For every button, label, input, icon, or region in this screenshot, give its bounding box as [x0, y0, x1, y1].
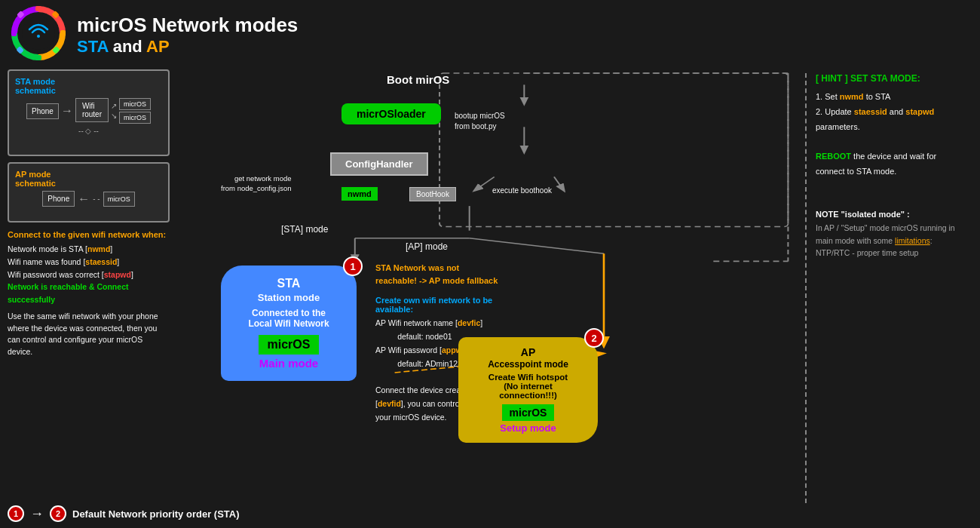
sta-title: STA: [228, 277, 349, 290]
hint-title: [ HINT ] SET STA MODE:: [816, 73, 966, 84]
ap-hotspot: Create Wifi hotspot(No internetconnectio…: [466, 373, 590, 400]
note-limitations: limitations: [895, 236, 930, 245]
ap-schematic-box: AP modeschematic Phone ← - - micrOS: [8, 162, 170, 223]
sta-badge: 1: [343, 256, 363, 276]
ap-micros-box: micrOS: [103, 192, 135, 207]
note-section: NOTE "isolated mode" : In AP / "Setup" m…: [816, 210, 966, 259]
note-title: NOTE "isolated mode" :: [816, 210, 966, 219]
svg-rect-3: [11, 30, 17, 36]
ap-title: AP: [466, 346, 590, 358]
staessid-tag: staessid: [85, 257, 117, 266]
svg-rect-1: [35, 6, 41, 11]
sta-mode-label: [STA] mode: [281, 224, 328, 235]
note-body: In AP / "Setup" mode micrOS running in m…: [816, 222, 966, 259]
ap-phone-box: Phone: [42, 191, 75, 207]
hint-staessid: staessid: [854, 107, 887, 116]
svg-line-18: [470, 238, 604, 253]
and-label: and: [109, 37, 147, 56]
ap-label: AP: [146, 37, 170, 56]
sta-schematic-title: STA modeschematic: [15, 77, 162, 95]
nwmd-tag: nwmd: [87, 244, 110, 253]
success-text: Network is reachable & Connectsuccessful…: [8, 282, 128, 304]
devfic-tag: devfic: [458, 318, 480, 327]
sta-label: STA: [77, 37, 109, 56]
ap-create-label: Create own wifi network to be available:: [375, 296, 519, 314]
sta-schematic-box: STA modeschematic Phone → Wifirouter ↗ ↘…: [8, 69, 170, 156]
sta-connected: Connected to theLocal Wifi Network: [228, 308, 349, 329]
subtitle-text: STA and AP: [77, 37, 298, 57]
header-title: micrOS Network modes STA and AP: [77, 14, 298, 57]
info-extra: Use the same wifi network with your phon…: [8, 311, 170, 358]
ap-arrow: ←: [78, 192, 90, 206]
hint-section: [ HINT ] SET STA MODE: 1. Set nwmd to ST…: [816, 73, 966, 180]
stapwd-tag: stapwd: [104, 270, 131, 279]
ap-schematic-title: AP modeschematic: [15, 170, 162, 188]
sta-arrow1: →: [61, 104, 73, 118]
fallback-text: STA Network was notreachable! -> AP mode…: [375, 262, 519, 287]
sta-phone-box: Phone: [26, 103, 59, 119]
ap-node: 2 AP Accesspoint mode Create Wifi hotspo…: [458, 337, 598, 443]
svg-rect-2: [35, 55, 41, 60]
hint-stapwd: stapwd: [905, 107, 934, 116]
boothook-node: BootHook: [409, 187, 456, 201]
info-body: Network mode is STA [nwmd] Wifi name was…: [8, 243, 170, 306]
ap-mode-label: [AP] mode: [406, 241, 448, 252]
dash-arrow-left: -- ◇ --: [78, 127, 99, 135]
svg-rect-4: [60, 30, 66, 36]
sta-micros: micrOS: [259, 335, 320, 355]
execute-label: execute boothook: [492, 186, 552, 195]
sta-wifi-box: Wifirouter: [75, 98, 109, 122]
info-section: Connect to the given wifi network when: …: [8, 230, 170, 358]
footer-badge-1: 1: [8, 505, 24, 522]
svg-line-13: [474, 177, 494, 190]
devfid-tag: devfid: [378, 399, 401, 408]
config-node: ConfigHandler: [330, 152, 428, 176]
svg-line-14: [554, 177, 564, 190]
sta-micros-box2: micrOS: [119, 112, 151, 124]
ap-mode: Setup mode: [466, 422, 590, 434]
ap-badge: 2: [584, 328, 604, 348]
footer: 1 → 2 Default Network priority order (ST…: [8, 505, 240, 522]
left-panel: STA modeschematic Phone → Wifirouter ↗ ↘…: [8, 69, 170, 507]
get-network-label: get network modefrom node_config.json: [221, 173, 291, 194]
svg-rect-10: [439, 73, 788, 227]
ap-subtitle: Accesspoint mode: [466, 359, 590, 370]
hint-nwmd: nwmd: [840, 92, 864, 101]
right-panel: [ HINT ] SET STA MODE: 1. Set nwmd to ST…: [799, 69, 972, 507]
boot-label: Boot mirOS: [387, 73, 449, 86]
sta-subtitle: Station mode: [228, 292, 349, 303]
logo: [11, 6, 66, 63]
info-title: Connect to the given wifi network when:: [8, 230, 170, 239]
title-text: micrOS Network modes: [77, 14, 298, 37]
ap-micros: micrOS: [502, 404, 555, 421]
footer-arrow: →: [30, 506, 44, 522]
nwmd-node: nwmd: [341, 187, 378, 201]
sta-mode: Main mode: [228, 357, 349, 370]
hint-body: 1. Set nwmd to STA 2. Update staessid an…: [816, 90, 966, 180]
center-panel: Boot mirOS micrOSloader bootup micrOSfro…: [176, 69, 793, 507]
footer-badge-2: 2: [50, 505, 66, 522]
hint-reboot: REBOOT: [816, 152, 851, 161]
sta-node: 1 STA Station mode Connected to theLocal…: [221, 266, 357, 381]
footer-label: Default Network priority order (STA): [72, 508, 240, 520]
loader-node: micrOSloader: [341, 103, 441, 124]
sta-micros-box1: micrOS: [119, 98, 151, 110]
svg-point-9: [22, 17, 55, 50]
bootup-label: bootup micrOSfrom boot.py: [455, 111, 505, 132]
